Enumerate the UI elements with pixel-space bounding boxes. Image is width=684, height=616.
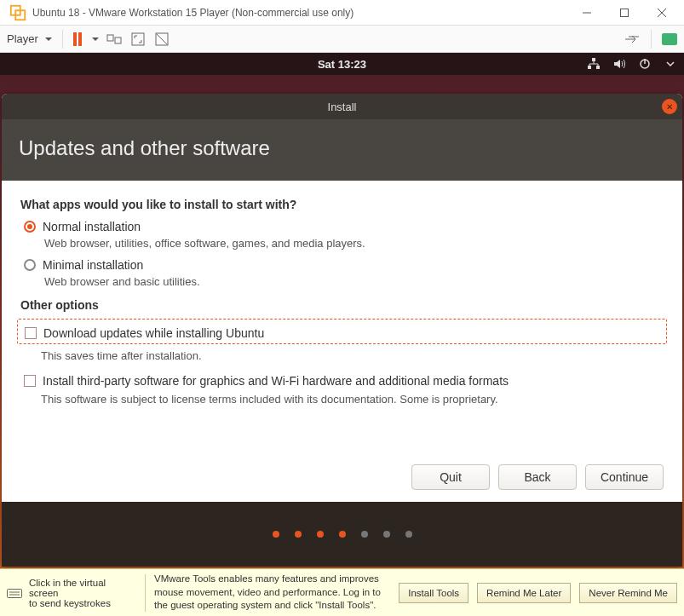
radio-checked-icon <box>24 221 36 233</box>
minimize-button[interactable] <box>568 0 606 25</box>
power-dropdown[interactable] <box>89 32 99 45</box>
step-dot <box>361 531 368 538</box>
vmware-logo-icon <box>9 3 27 22</box>
svg-rect-11 <box>592 58 595 61</box>
tools-separator <box>145 574 146 612</box>
step-dot <box>295 531 302 538</box>
checkbox-unchecked-icon <box>24 375 36 387</box>
cycle-icon[interactable] <box>624 31 641 48</box>
minimal-install-radio[interactable]: Minimal installation <box>24 258 664 272</box>
keyboard-icon <box>7 587 22 599</box>
svg-line-10 <box>157 34 167 44</box>
svg-rect-8 <box>132 33 144 45</box>
player-menu[interactable]: Player <box>7 32 52 45</box>
apps-question: What apps would you like to install to s… <box>20 198 664 211</box>
normal-install-radio[interactable]: Normal installation <box>24 220 664 233</box>
player-menu-label: Player <box>7 32 38 45</box>
unity-icon[interactable] <box>153 31 170 48</box>
installer-body: What apps would you like to install to s… <box>2 181 682 452</box>
download-updates-row: Download updates while installing Ubuntu <box>17 319 667 344</box>
fullscreen-icon[interactable] <box>129 31 147 48</box>
thirdparty-checkbox[interactable]: Install third-party software for graphic… <box>24 374 664 388</box>
checkbox-unchecked-icon <box>25 327 37 339</box>
svg-rect-7 <box>115 37 121 43</box>
normal-install-desc: Web browser, utilities, office software,… <box>44 237 664 250</box>
network-icon[interactable] <box>587 57 601 71</box>
installer-header: Updates and other software <box>2 119 682 181</box>
svg-rect-16 <box>8 589 22 597</box>
tools-hint: Click in the virtual screen to send keys… <box>7 578 136 608</box>
other-options-label: Other options <box>20 298 664 312</box>
svg-rect-6 <box>107 35 113 41</box>
enter-vm-icon[interactable] <box>662 33 677 45</box>
thirdparty-desc: This software is subject to license term… <box>41 393 664 406</box>
continue-button[interactable]: Continue <box>585 464 664 490</box>
vmware-window-title: Ubuntu 18 - VMware Workstation 15 Player… <box>32 7 568 19</box>
tools-message: VMware Tools enables many features and i… <box>154 573 390 613</box>
close-icon[interactable]: ✕ <box>662 99 677 114</box>
send-ctrl-alt-del-icon[interactable] <box>106 31 123 48</box>
step-dot <box>339 531 346 538</box>
pause-button[interactable] <box>73 32 82 46</box>
download-updates-desc: This saves time after installation. <box>41 349 664 362</box>
minimal-install-label: Minimal installation <box>43 258 143 272</box>
installer-buttons: Quit Back Continue <box>2 452 682 502</box>
svg-rect-12 <box>588 66 591 69</box>
guest-screen: Sat 13:23 Install ✕ Updates and other so… <box>0 53 684 568</box>
svg-rect-13 <box>596 66 600 69</box>
clock[interactable]: Sat 13:23 <box>318 58 366 71</box>
normal-install-label: Normal installation <box>43 220 141 233</box>
remind-later-button[interactable]: Remind Me Later <box>477 583 571 603</box>
installer-window: Install ✕ Updates and other software Wha… <box>2 94 682 567</box>
installer-title: Install <box>328 101 357 113</box>
step-dot <box>383 531 390 538</box>
power-icon[interactable] <box>638 57 652 71</box>
back-button[interactable]: Back <box>498 464 577 490</box>
close-button[interactable] <box>643 0 681 25</box>
step-dot <box>273 531 279 538</box>
installer-titlebar: Install ✕ <box>2 94 682 119</box>
page-heading: Updates and other software <box>19 136 665 160</box>
install-tools-button[interactable]: Install Tools <box>399 583 468 603</box>
vmware-tools-bar: Click in the virtual screen to send keys… <box>0 568 684 616</box>
ubuntu-topbar: Sat 13:23 <box>0 53 684 75</box>
download-updates-label: Download updates while installing Ubuntu <box>43 326 264 340</box>
progress-dots <box>2 502 682 567</box>
maximize-button[interactable] <box>606 0 643 25</box>
toolbar-separator <box>651 30 652 49</box>
never-remind-button[interactable]: Never Remind Me <box>579 583 677 603</box>
toolbar-separator <box>62 30 63 49</box>
thirdparty-label: Install third-party software for graphic… <box>43 374 509 388</box>
system-indicators[interactable] <box>587 53 677 75</box>
step-dot <box>405 531 412 538</box>
svg-rect-3 <box>621 9 629 16</box>
tools-hint-text: Click in the virtual screen to send keys… <box>29 578 136 608</box>
download-updates-checkbox[interactable]: Download updates while installing Ubuntu <box>25 326 663 340</box>
vmware-titlebar: Ubuntu 18 - VMware Workstation 15 Player… <box>0 0 684 26</box>
chevron-down-icon[interactable] <box>664 57 677 71</box>
step-dot <box>317 531 324 538</box>
vmware-toolbar: Player <box>0 26 684 53</box>
minimal-install-desc: Web browser and basic utilities. <box>44 275 664 288</box>
quit-button[interactable]: Quit <box>411 464 490 490</box>
volume-icon[interactable] <box>612 57 626 71</box>
radio-unchecked-icon <box>24 259 36 271</box>
